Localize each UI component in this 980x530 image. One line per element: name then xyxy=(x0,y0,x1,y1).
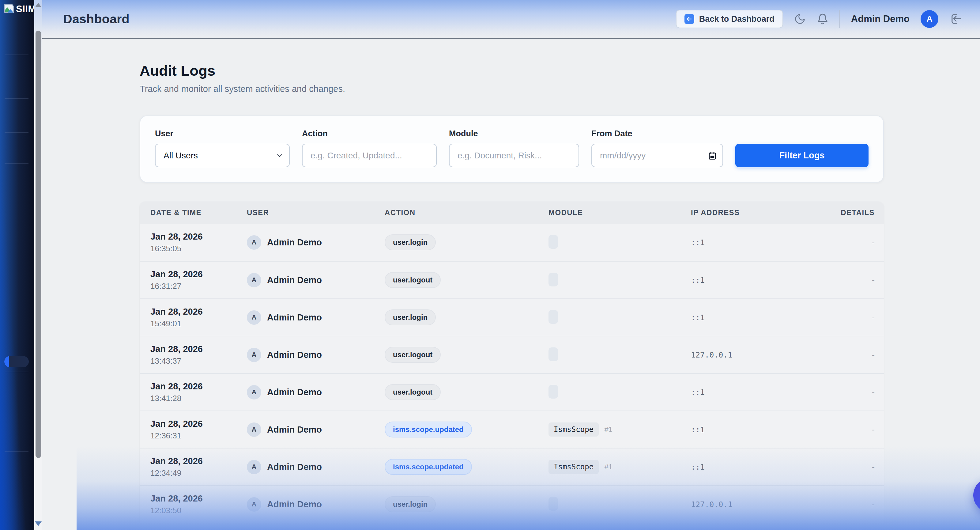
broken-image-icon xyxy=(4,4,14,14)
moon-icon xyxy=(794,13,806,25)
action-badge: user.login xyxy=(385,496,436,512)
row-time: 13:41:28 xyxy=(150,394,247,403)
cell-action: user.login xyxy=(385,496,549,512)
cell-details: - xyxy=(822,350,875,360)
sidebar-divider xyxy=(5,54,29,55)
cell-user: A Admin Demo xyxy=(247,422,385,437)
cell-action: user.logout xyxy=(385,347,549,363)
col-details: DETAILS xyxy=(822,208,875,217)
cell-action: user.logout xyxy=(385,272,549,288)
row-avatar: A xyxy=(247,310,261,325)
module-empty-pill xyxy=(549,497,558,511)
row-avatar: A xyxy=(247,422,261,437)
from-date-input[interactable] xyxy=(591,144,723,167)
cell-date-time: Jan 28, 2026 16:35:05 xyxy=(150,232,247,253)
row-user-name: Admin Demo xyxy=(267,499,322,509)
notifications-button[interactable] xyxy=(817,13,829,25)
user-filter-select[interactable]: All Users xyxy=(155,144,290,167)
app-logo: SIIMS xyxy=(0,0,34,15)
cell-ip-address: ::1 xyxy=(691,238,822,247)
cell-ip-address: ::1 xyxy=(691,425,822,434)
table-row: Jan 28, 2026 16:35:05 A Admin Demo user.… xyxy=(140,224,884,261)
sidebar-divider xyxy=(5,163,29,164)
logo-text: SIIMS xyxy=(16,4,34,15)
cell-ip-address: ::1 xyxy=(691,463,822,471)
header-title: Dashboard xyxy=(63,12,130,26)
row-time: 16:35:05 xyxy=(150,244,247,253)
table-row: Jan 28, 2026 13:41:28 A Admin Demo user.… xyxy=(140,373,884,411)
action-filter-input[interactable] xyxy=(302,144,437,167)
cell-details: - xyxy=(822,238,875,247)
scrollbar-thumb[interactable] xyxy=(35,31,41,458)
cell-date-time: Jan 28, 2026 12:34:49 xyxy=(150,456,247,478)
col-date-time: DATE & TIME xyxy=(150,208,247,217)
cell-ip-address: 127.0.0.1 xyxy=(691,500,822,509)
row-time: 16:31:27 xyxy=(150,282,247,291)
row-user-name: Admin Demo xyxy=(267,237,322,248)
action-badge: user.logout xyxy=(385,384,441,400)
scrollbar-up-arrow[interactable] xyxy=(35,3,41,7)
cell-module xyxy=(549,273,691,288)
action-filter-label: Action xyxy=(302,129,437,138)
user-avatar[interactable]: A xyxy=(921,10,939,28)
cell-action: user.login xyxy=(385,234,549,250)
sidebar-divider xyxy=(5,451,29,452)
filter-module-group: Module xyxy=(449,129,579,167)
top-header: Dashboard Back to Dashboard xyxy=(42,0,980,39)
ai-assistant-fab[interactable] xyxy=(973,478,980,512)
back-button-label: Back to Dashboard xyxy=(699,14,775,24)
filter-logs-button[interactable]: Filter Logs xyxy=(735,144,869,167)
row-user-name: Admin Demo xyxy=(267,425,322,435)
row-date: Jan 28, 2026 xyxy=(150,381,247,392)
scrollbar-track[interactable] xyxy=(34,0,42,530)
header-user-name: Admin Demo xyxy=(851,13,910,24)
row-date: Jan 28, 2026 xyxy=(150,307,247,317)
cell-action: user.login xyxy=(385,309,549,325)
dark-mode-toggle[interactable] xyxy=(794,13,806,25)
row-time: 15:49:01 xyxy=(150,319,247,328)
row-user-name: Admin Demo xyxy=(267,462,322,472)
table-row: Jan 28, 2026 12:03:50 A Admin Demo user.… xyxy=(140,485,884,523)
module-filter-label: Module xyxy=(449,129,579,138)
header-divider xyxy=(840,10,840,28)
module-code-badge: IsmsScope xyxy=(549,460,599,474)
row-date: Jan 28, 2026 xyxy=(150,344,247,354)
cell-details: - xyxy=(822,313,875,322)
sidebar-active-item[interactable] xyxy=(4,356,29,367)
row-time: 12:03:50 xyxy=(150,506,247,515)
cell-module: IsmsScope #1 xyxy=(549,460,691,474)
cell-module xyxy=(549,347,691,363)
module-ref: #1 xyxy=(605,463,613,471)
row-time: 13:43:37 xyxy=(150,356,247,366)
sidebar-divider xyxy=(5,372,29,372)
back-to-dashboard-button[interactable]: Back to Dashboard xyxy=(676,10,783,28)
cell-date-time: Jan 28, 2026 13:43:37 xyxy=(150,344,247,366)
table-row: Jan 28, 2026 16:31:27 A Admin Demo user.… xyxy=(140,261,884,298)
sidebar-divider xyxy=(5,132,29,133)
action-badge: isms.scope.updated xyxy=(385,459,472,475)
row-avatar: A xyxy=(247,385,261,399)
logout-icon xyxy=(950,13,962,25)
filter-date-group: From Date xyxy=(591,129,723,167)
module-filter-input[interactable] xyxy=(449,144,579,167)
row-user-name: Admin Demo xyxy=(267,350,322,360)
table-row: Jan 28, 2026 12:36:31 A Admin Demo isms.… xyxy=(140,411,884,448)
filter-user-group: User All Users xyxy=(155,129,290,167)
row-date: Jan 28, 2026 xyxy=(150,456,247,466)
filter-action-group: Action xyxy=(302,129,437,167)
module-empty-pill xyxy=(549,273,558,286)
bell-icon xyxy=(817,13,829,25)
cell-user: A Admin Demo xyxy=(247,460,385,474)
header-actions: Back to Dashboard Admin Demo A xyxy=(676,10,962,28)
row-date: Jan 28, 2026 xyxy=(150,419,247,429)
logout-button[interactable] xyxy=(950,13,962,25)
row-date: Jan 28, 2026 xyxy=(150,269,247,279)
scrollbar-down-arrow[interactable] xyxy=(35,521,41,526)
module-empty-pill xyxy=(549,347,558,361)
module-empty-pill xyxy=(549,385,558,399)
cell-details: - xyxy=(822,388,875,397)
cell-details: - xyxy=(822,462,875,472)
cell-ip-address: ::1 xyxy=(691,313,822,322)
cell-user: A Admin Demo xyxy=(247,385,385,399)
cell-date-time: Jan 28, 2026 16:31:27 xyxy=(150,269,247,291)
